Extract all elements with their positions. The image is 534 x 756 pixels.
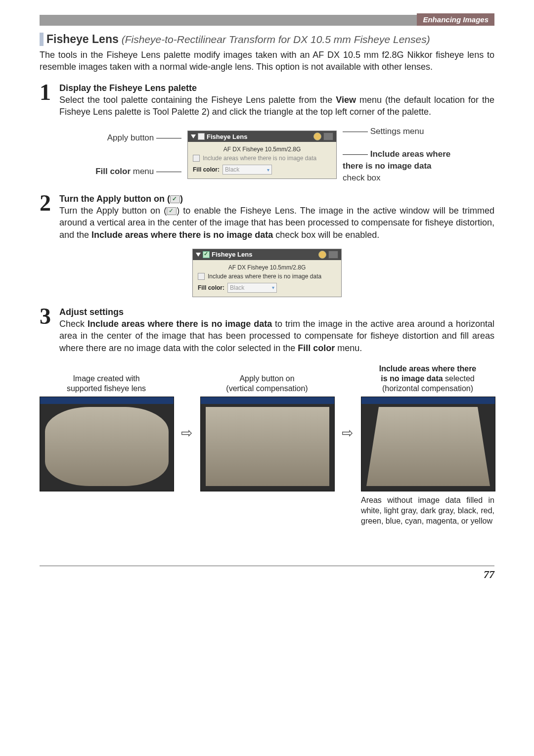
step-3: 3 Adjust settings Check Include areas wh… [40,306,494,354]
label-apply-button: Apply button [107,133,154,142]
fill-color-row: Fill color: Black ▾ [198,283,336,293]
step-2-text-a: Turn the Apply button on ( [59,206,167,216]
include-label: Include areas where there is no image da… [203,155,316,162]
header-bar: Enhancing Images [40,15,494,26]
include-areas-row-disabled: Include areas where there is no image da… [193,155,331,162]
apply-on-inline-icon [167,207,177,215]
settings-menu-icon[interactable] [323,133,333,140]
sample-col-2: Apply button on (vertical compensation) [200,359,334,526]
step-number: 3 [40,306,59,354]
include-checkbox-disabled [193,155,200,162]
sample3-caption: Areas without image data filled in white… [361,495,494,526]
fill-color-value: Black [225,166,239,173]
arrow-icon: ⇨ [181,425,192,461]
step-2-bold-a: Include areas where there is no image da… [91,230,273,240]
palette-titlebar[interactable]: Fisheye Lens [188,131,336,142]
sample-image-fisheye [40,397,174,491]
collapse-triangle-icon[interactable] [196,253,201,257]
palette-title-text: Fisheye Lens [212,251,252,258]
fill-color-value: Black [230,284,244,291]
lens-name-text: AF DX Fisheye 10.5mm/2.8G [193,146,331,153]
sample-image-vertical [200,397,335,491]
label-include-rest: check box [343,173,381,182]
palette-title-text: Fisheye Lens [207,133,247,140]
arrow-icon: ⇨ [342,425,353,461]
step-3-bold-b: Fill color [298,343,335,353]
fisheye-palette-off: Fisheye Lens AF DX Fisheye 10.5mm/2.8G I… [187,131,337,179]
sample-images-row: Image created with supported fisheye len… [40,359,494,526]
section-tag: Enhancing Images [417,13,494,26]
include-areas-row[interactable]: Include areas where there is no image da… [198,273,336,280]
sample-col-3: Include areas where there is no image da… [361,359,494,526]
label-fill-color-bold: Fill color [95,167,131,176]
sample3-line2-rest: selected [443,374,475,383]
step-heading: Display the Fisheye Lens palette [59,83,197,93]
sample2-line1: Apply button on [200,374,334,384]
step-1: 1 Display the Fisheye Lens palette Selec… [40,82,494,118]
step-3-bold-a: Include areas where there is no image da… [88,319,272,329]
settings-menu-icon[interactable] [328,251,338,259]
fill-color-select-disabled: Black ▾ [222,165,272,175]
step-1-text-a: Select the tool palette containing the F… [59,95,336,105]
apply-checkbox-off[interactable] [198,133,205,140]
step-2: 2 Turn the Apply button on () Turn the A… [40,193,494,241]
chevron-down-icon: ▾ [267,167,269,173]
sample1-line2: supported fisheye lens [40,384,173,394]
palette-figure-1: Apply button ——— Fill color menu ——— Fis… [40,126,494,183]
step-1-bold-a: View [336,95,356,105]
help-icon[interactable] [318,251,326,259]
include-label: Include areas where there is no image da… [208,273,321,280]
title-italic: (Fisheye-to-Rectilinear Transform for DX… [122,34,430,45]
page-number: 77 [40,566,494,581]
apply-checkbox-on[interactable] [203,251,210,258]
step-number: 2 [40,193,59,241]
collapse-triangle-icon[interactable] [191,134,196,138]
sample3-line1-bold: Include areas where there [379,364,477,373]
fisheye-palette-on: Fisheye Lens AF DX Fisheye 10.5mm/2.8G I… [192,249,342,297]
step-heading: Adjust settings [59,307,124,317]
help-icon[interactable] [313,133,321,140]
include-checkbox[interactable] [198,273,205,280]
sample-col-1: Image created with supported fisheye len… [40,359,173,526]
intro-text: The tools in the Fisheye Lens palette mo… [40,49,494,73]
sample1-line1: Image created with [40,374,173,384]
step-3-text-c: menu. [335,343,362,353]
label-fill-color-rest: menu [131,167,154,176]
title-bold: Fisheye Lens [46,33,119,46]
sample-image-horizontal [361,397,495,491]
page-title: Fisheye Lens (Fisheye-to-Rectilinear Tra… [40,33,494,46]
fill-color-row: Fill color: Black ▾ [193,165,331,175]
sample2-line2: (vertical compensation) [200,384,334,394]
fill-color-label: Fill color: [198,284,224,291]
fill-color-select-disabled: Black ▾ [227,283,277,293]
step-2-text-c: check box will be enabled. [273,230,379,240]
chevron-down-icon: ▾ [272,285,274,290]
sample3-line2-bold: is no image data [381,374,443,383]
lens-name-text: AF DX Fisheye 10.5mm/2.8G [198,264,336,271]
palette-figure-2: Fisheye Lens AF DX Fisheye 10.5mm/2.8G I… [40,249,494,297]
palette-titlebar[interactable]: Fisheye Lens [193,249,341,260]
step-3-text-a: Check [59,319,88,329]
apply-on-inline-icon [170,195,180,203]
fill-color-label: Fill color: [193,166,220,173]
label-settings-menu: Settings menu [370,127,424,136]
sample3-line3: (horizontal compensation) [361,384,494,394]
label-include-bold: Include areas where there is no image da… [343,149,450,171]
step-number: 1 [40,82,59,118]
step-heading: Turn the Apply button on () [59,194,183,204]
